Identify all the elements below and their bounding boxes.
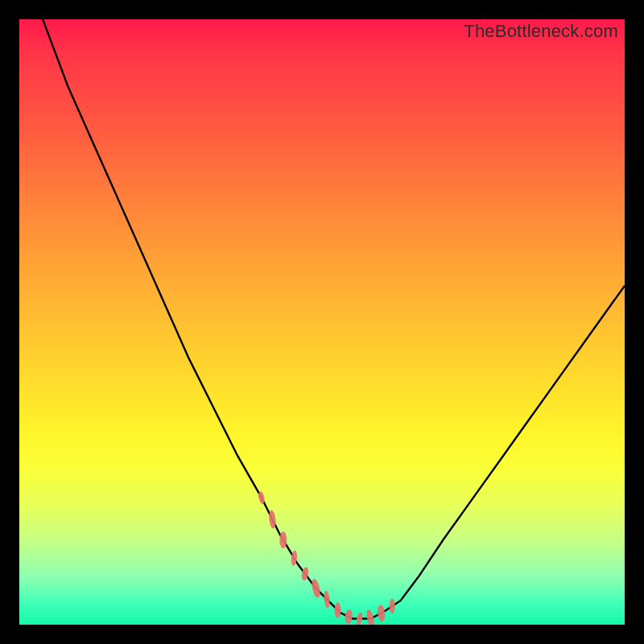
highlight-marker [390, 598, 395, 613]
highlight-marker [311, 578, 322, 598]
plot-area: TheBottleneck.com [19, 19, 625, 625]
highlight-marker [345, 609, 353, 625]
highlight-markers [258, 491, 395, 625]
bottleneck-curve [19, 19, 625, 618]
highlight-marker [377, 605, 386, 622]
highlight-marker [279, 531, 287, 548]
highlight-marker [335, 602, 341, 618]
curve-layer [19, 19, 625, 625]
highlight-marker [323, 590, 330, 609]
chart-frame: TheBottleneck.com [0, 0, 644, 644]
